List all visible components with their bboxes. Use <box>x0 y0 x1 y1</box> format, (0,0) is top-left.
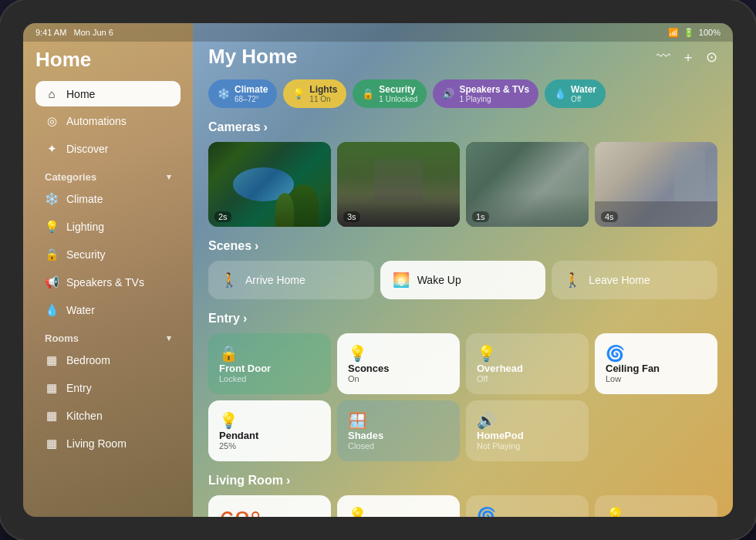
ceiling-lights-icon: 💡 <box>348 506 367 517</box>
sidebar-home-label: Home <box>66 88 95 100</box>
status-bar: 9:41 AM Mon Jun 6 📶 🔋 100% <box>23 23 733 42</box>
battery-icon: 🔋 <box>683 28 694 38</box>
sidebar-item-home[interactable]: ⌂ Home <box>35 81 181 106</box>
sidebar-item-lighting[interactable]: 💡 Lighting <box>35 214 181 240</box>
entry-section-header[interactable]: Entry › <box>208 312 717 326</box>
cameras-grid: 2s 3s 1s <box>208 142 717 227</box>
chip-climate-icon: ❄️ <box>218 88 230 100</box>
thermostat-temp: 68° <box>219 506 320 517</box>
entry-chevron: › <box>243 312 247 326</box>
entry-room-section: Entry › 🔒 Front Door Locked <box>208 312 717 461</box>
chip-water-icon: 💧 <box>554 88 566 100</box>
rooms-section: Rooms ▾ <box>35 325 181 347</box>
sidebar-automations-label: Automations <box>66 115 127 127</box>
overhead-icon: 💡 <box>477 344 496 363</box>
water-icon: 💧 <box>45 303 59 317</box>
scenes-section-header[interactable]: Scenes › <box>208 239 717 253</box>
camera-feed-1[interactable]: 2s <box>208 142 331 227</box>
cameras-section-header[interactable]: Cameras › <box>208 120 717 134</box>
device-ceiling-fan[interactable]: 🌀 Ceiling Fan Low <box>595 333 717 394</box>
sidebar-item-living-room[interactable]: ▦ Living Room <box>35 430 181 457</box>
waveform-icon[interactable]: 〰 <box>656 49 670 65</box>
status-time: 9:41 AM Mon Jun 6 <box>35 28 113 37</box>
sidebar-item-security[interactable]: 🔒 Security <box>35 241 181 268</box>
device-pendant[interactable]: 💡 Pendant 25% <box>208 400 331 461</box>
more-icon[interactable]: ⊙ <box>706 49 717 66</box>
security-icon: 🔒 <box>45 248 59 262</box>
automations-icon: ◎ <box>45 114 59 128</box>
chip-climate[interactable]: ❄️ Climate 68–72° <box>208 79 277 108</box>
main-content: Home ⌂ Home ◎ Automations ✦ Discover Cat… <box>23 23 733 517</box>
sidebar-item-speakers[interactable]: 📢 Speakers & TVs <box>35 269 181 295</box>
leave-home-icon: 🚶 <box>564 272 581 289</box>
living-room-section-header[interactable]: Living Room › <box>208 474 717 488</box>
camera-feed-2[interactable]: 3s <box>337 142 460 227</box>
rooms-chevron: ▾ <box>167 333 171 343</box>
scenes-grid: 🚶 Arrive Home 🌅 Wake Up 🚶 Leave Home <box>208 261 717 299</box>
sidebar-item-kitchen[interactable]: ▦ Kitchen <box>35 403 181 429</box>
chip-lights-icon: 💡 <box>292 88 305 100</box>
sidebar-item-bedroom[interactable]: ▦ Bedroom <box>35 347 181 373</box>
device-ceiling-lights[interactable]: 💡 Ceiling Lights 90% <box>337 495 460 517</box>
chip-speakers-icon: 🔊 <box>442 88 454 100</box>
add-icon[interactable]: ＋ <box>681 48 695 66</box>
entry-device-grid: 🔒 Front Door Locked 💡 <box>208 333 717 461</box>
sidebar-item-discover[interactable]: ✦ Discover <box>35 136 181 162</box>
camera-feed-4[interactable]: 4s <box>595 142 717 227</box>
scene-wake-up[interactable]: 🌅 Wake Up <box>380 261 546 299</box>
status-right: 📶 🔋 100% <box>668 28 721 38</box>
wifi-icon: 📶 <box>668 28 679 38</box>
sidebar: Home ⌂ Home ◎ Automations ✦ Discover Cat… <box>23 23 193 517</box>
shades-icon: 🪟 <box>348 411 367 430</box>
device-shades[interactable]: 🪟 Shades Closed <box>337 400 460 461</box>
sidebar-item-entry[interactable]: ▦ Entry <box>35 375 181 401</box>
ipad-frame: 9:41 AM Mon Jun 6 📶 🔋 100% Home ⌂ Home ◎… <box>0 0 756 540</box>
sidebar-item-climate[interactable]: ❄️ Climate <box>35 186 181 212</box>
camera-1-label: 2s <box>214 211 231 222</box>
living-room-chevron: › <box>286 474 290 488</box>
discover-icon: ✦ <box>45 142 59 156</box>
bedroom-icon: ▦ <box>45 353 59 367</box>
camera-2-label: 3s <box>343 211 360 222</box>
pendant-icon: 💡 <box>219 411 238 430</box>
sconces-icon: 💡 <box>348 344 367 363</box>
living-room-section: Living Room › 68° Thermostat Heating to … <box>208 474 717 517</box>
categories-chevron: ▾ <box>167 172 171 182</box>
device-front-door[interactable]: 🔒 Front Door Locked <box>208 333 331 394</box>
sidebar-discover-label: Discover <box>66 143 108 155</box>
home-title: My Home <box>208 45 298 69</box>
header-actions: 〰 ＋ ⊙ <box>656 48 717 66</box>
device-accent-lights[interactable]: 💡 Accent Lights Off <box>595 495 717 517</box>
smart-fan-icon: 🌀 <box>477 506 496 517</box>
device-overhead[interactable]: 💡 Overhead Off <box>466 333 589 394</box>
living-room-icon: ▦ <box>45 437 59 451</box>
camera-4-label: 4s <box>601 211 618 222</box>
accent-lights-icon: 💡 <box>606 506 625 517</box>
chip-security[interactable]: 🔒 Security 1 Unlocked <box>353 79 427 108</box>
kitchen-icon: ▦ <box>45 409 59 423</box>
scenes-chevron: › <box>255 239 258 253</box>
arrive-home-icon: 🚶 <box>221 272 238 289</box>
battery-level: 100% <box>699 28 721 37</box>
cameras-chevron: › <box>264 120 268 134</box>
chip-water[interactable]: 💧 Water Off <box>545 79 606 108</box>
device-smart-fan[interactable]: 🌀 Smart Fan Off <box>466 495 589 517</box>
scene-leave-home[interactable]: 🚶 Leave Home <box>552 261 717 299</box>
sidebar-item-automations[interactable]: ◎ Automations <box>35 108 181 134</box>
scene-arrive-home[interactable]: 🚶 Arrive Home <box>208 261 374 299</box>
device-thermostat[interactable]: 68° Thermostat Heating to 70 <box>208 495 331 517</box>
device-homepod[interactable]: 🔊 HomePod Not Playing <box>466 400 589 461</box>
ceiling-fan-icon: 🌀 <box>606 344 625 363</box>
front-door-icon: 🔒 <box>219 344 238 363</box>
entry-icon: ▦ <box>45 381 59 395</box>
living-room-device-grid: 68° Thermostat Heating to 70 💡 <box>208 495 717 517</box>
homepod-icon: 🔊 <box>477 411 496 430</box>
device-sconces[interactable]: 💡 Sconces On <box>337 333 460 394</box>
chip-lights[interactable]: 💡 Lights 11 On <box>283 79 346 108</box>
chip-speakers[interactable]: 🔊 Speakers & TVs 1 Playing <box>433 79 538 108</box>
category-chips: ❄️ Climate 68–72° 💡 Lights 11 On <box>208 79 717 108</box>
sidebar-item-water[interactable]: 💧 Water <box>35 297 181 323</box>
ipad-screen: 9:41 AM Mon Jun 6 📶 🔋 100% Home ⌂ Home ◎… <box>23 23 733 517</box>
camera-feed-3[interactable]: 1s <box>466 142 589 227</box>
camera-3-label: 1s <box>472 211 489 222</box>
